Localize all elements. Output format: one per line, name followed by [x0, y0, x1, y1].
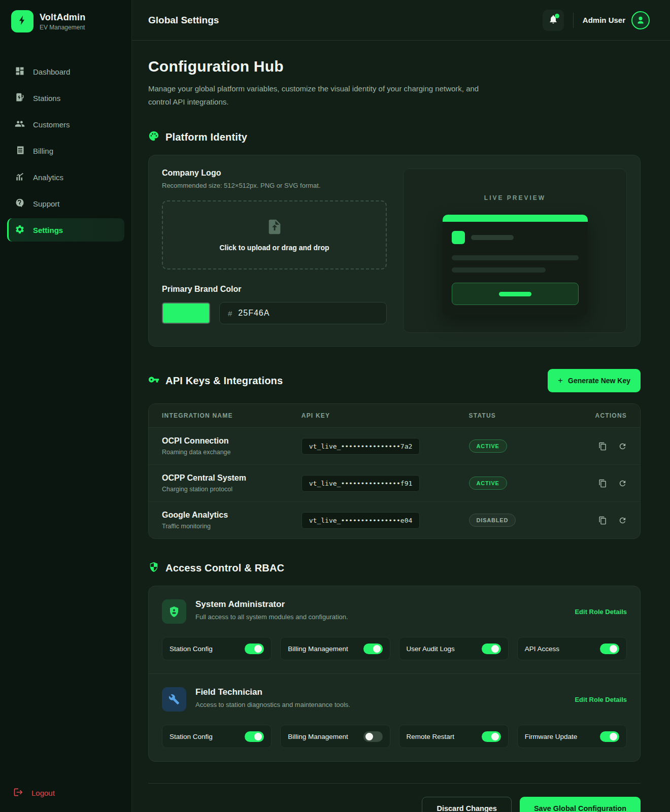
sidebar-nav: Dashboard Stations Customers Billing Ana… — [7, 60, 124, 242]
access-control-section-header: Access Control & RBAC — [148, 561, 641, 574]
shield-icon — [148, 561, 159, 574]
live-preview-label: LIVE PREVIEW — [484, 194, 546, 201]
discard-changes-button[interactable]: Discard Changes — [422, 797, 511, 812]
toggle-switch[interactable] — [363, 731, 383, 742]
column-header: API KEY — [302, 412, 469, 419]
sidebar-item-dashboard[interactable]: Dashboard — [7, 60, 124, 83]
integration-description: Charging station protocol — [162, 486, 302, 493]
role-title: Field Technician — [195, 687, 350, 697]
preview-text-placeholder — [471, 235, 514, 240]
page: VoltAdmin EV Management Dashboard Statio… — [0, 0, 670, 812]
sidebar-item-settings[interactable]: Settings — [7, 218, 124, 242]
table-row: OCPP Central System Charging station pro… — [149, 465, 640, 502]
regenerate-button[interactable] — [618, 442, 627, 451]
user-name: Admin User — [583, 16, 625, 24]
brand-logo — [11, 10, 34, 32]
table-row: Google Analytics Traffic monitoring vt_l… — [149, 502, 640, 538]
section-title: Platform Identity — [165, 131, 247, 143]
edit-role-details-link[interactable]: Edit Role Details — [575, 608, 627, 616]
sidebar-item-billing[interactable]: Billing — [7, 139, 124, 162]
divider — [573, 13, 574, 28]
table-header: INTEGRATION NAME API KEY STATUS ACTIONS — [149, 404, 640, 428]
toggle-switch[interactable] — [600, 731, 619, 742]
column-header: INTEGRATION NAME — [162, 412, 302, 419]
platform-identity-card: Company Logo Recommended size: 512×512px… — [148, 155, 641, 347]
permission-billing-management: Billing Management — [280, 637, 390, 660]
sidebar-item-label: Customers — [33, 120, 70, 129]
permission-firmware-update: Firmware Update — [517, 725, 627, 748]
preview-accent-bar — [443, 215, 588, 222]
brand: VoltAdmin EV Management — [7, 10, 124, 32]
sidebar-item-label: Analytics — [33, 173, 63, 182]
sidebar: VoltAdmin EV Management Dashboard Statio… — [0, 0, 132, 812]
toggle-switch[interactable] — [482, 731, 501, 742]
brand-color-label: Primary Brand Color — [162, 285, 387, 294]
hash-prefix: # — [228, 309, 232, 318]
copy-button[interactable] — [598, 479, 607, 488]
shield-user-icon — [162, 599, 186, 624]
logout-label: Logout — [31, 789, 55, 797]
page-title: Configuration Hub — [148, 58, 641, 75]
avatar — [631, 11, 650, 29]
color-value-input[interactable] — [238, 309, 378, 318]
permission-station-config: Station Config — [162, 725, 272, 748]
role-system-administrator: System Administrator Full access to all … — [149, 586, 640, 673]
toggle-switch[interactable] — [482, 644, 501, 654]
file-upload-icon — [266, 218, 283, 238]
toggle-switch[interactable] — [245, 644, 264, 654]
role-field-technician: Field Technician Access to station diagn… — [149, 673, 640, 761]
logo-upload-dropzone[interactable]: Click to upload or drag and drop — [162, 200, 387, 269]
generate-new-key-button[interactable]: + Generate New Key — [548, 369, 641, 392]
topbar-title: Global Settings — [148, 15, 219, 26]
regenerate-button[interactable] — [618, 516, 627, 525]
permission-user-audit-logs: User Audit Logs — [399, 637, 509, 660]
sidebar-item-label: Dashboard — [33, 67, 70, 76]
toggle-switch[interactable] — [363, 644, 383, 654]
footer-actions: Discard Changes Save Global Configuratio… — [148, 783, 641, 812]
toggle-switch[interactable] — [245, 731, 264, 742]
preview-mock-card — [443, 215, 588, 315]
color-swatch[interactable] — [162, 302, 210, 324]
save-global-configuration-button[interactable]: Save Global Configuration — [520, 797, 641, 812]
permission-remote-restart: Remote Restart — [399, 725, 509, 748]
api-key-value: vt_live_•••••••••••••••f91 — [302, 475, 420, 492]
dashboard-icon — [15, 66, 25, 78]
integration-description: Traffic monitoring — [162, 523, 302, 530]
wrench-icon — [162, 687, 186, 712]
toggle-switch[interactable] — [600, 644, 619, 654]
sidebar-item-support[interactable]: Support — [7, 192, 124, 215]
sidebar-item-customers[interactable]: Customers — [7, 113, 124, 136]
role-description: Full access to all system modules and co… — [195, 613, 348, 621]
support-icon — [15, 198, 25, 210]
topbar: Global Settings Admin User — [132, 0, 670, 41]
preview-line — [452, 267, 546, 273]
edit-role-details-link[interactable]: Edit Role Details — [575, 696, 627, 703]
sidebar-item-label: Settings — [33, 226, 63, 234]
permission-billing-management: Billing Management — [280, 725, 390, 748]
notifications-button[interactable] — [543, 10, 564, 31]
brand-name: VoltAdmin — [40, 12, 85, 23]
logout-button[interactable]: Logout — [7, 787, 124, 799]
plus-icon: + — [558, 376, 563, 386]
copy-button[interactable] — [598, 442, 607, 451]
gear-icon — [15, 224, 25, 236]
rbac-card: System Administrator Full access to all … — [148, 586, 641, 762]
regenerate-button[interactable] — [618, 479, 627, 488]
copy-button[interactable] — [598, 516, 607, 525]
permission-api-access: API Access — [517, 637, 627, 660]
permission-station-config: Station Config — [162, 637, 272, 660]
sidebar-item-analytics[interactable]: Analytics — [7, 165, 124, 189]
logout-icon — [13, 787, 23, 799]
column-header: ACTIONS — [566, 412, 627, 419]
status-badge: DISABLED — [469, 514, 516, 527]
section-title: API Keys & Integrations — [165, 375, 283, 387]
preview-logo-placeholder — [452, 231, 465, 244]
sidebar-item-stations[interactable]: Stations — [7, 86, 124, 110]
analytics-icon — [15, 172, 25, 183]
section-title: Access Control & RBAC — [165, 562, 284, 574]
role-description: Access to station diagnostics and mainte… — [195, 701, 350, 708]
user-menu[interactable]: Admin User — [583, 11, 650, 29]
content: Configuration Hub Manage your global pla… — [132, 41, 670, 812]
live-preview-panel: LIVE PREVIEW — [403, 168, 627, 333]
integration-name: OCPI Connection — [162, 436, 302, 446]
